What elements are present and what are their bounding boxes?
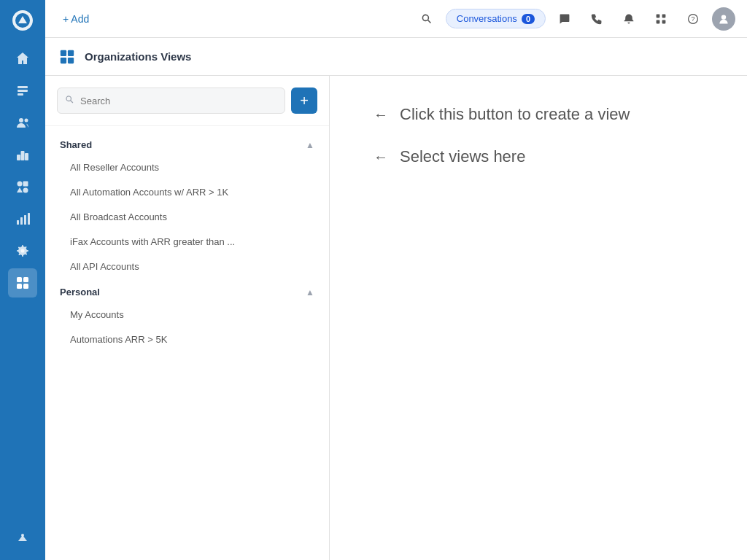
svg-rect-6: [21, 151, 25, 160]
search-box[interactable]: [57, 88, 285, 114]
conversations-badge: 0: [522, 14, 535, 24]
svg-marker-10: [17, 187, 23, 192]
svg-rect-24: [657, 20, 660, 23]
svg-rect-31: [61, 57, 66, 63]
svg-rect-20: [23, 284, 28, 289]
list-item[interactable]: Automations ARR > 5K: [51, 327, 323, 351]
apps-button[interactable]: [648, 6, 674, 32]
svg-point-3: [19, 118, 23, 122]
help-button[interactable]: ?: [680, 6, 706, 32]
logo[interactable]: [9, 7, 36, 34]
sidebar-zendesk-icon[interactable]: [8, 524, 37, 553]
list-item[interactable]: All Automation Accounts w/ ARR > 1K: [51, 180, 323, 204]
list-item[interactable]: iFax Accounts with ARR greater than ...: [51, 230, 323, 254]
svg-rect-32: [68, 57, 74, 63]
add-button[interactable]: + Add: [57, 10, 95, 28]
sidebar-settings-icon[interactable]: [8, 236, 37, 265]
create-view-text: Click this button to create a view: [400, 105, 630, 124]
search-input[interactable]: [80, 96, 277, 106]
sidebar: [0, 0, 45, 560]
left-panel: + Shared ▲ All Reseller Accounts All Aut…: [45, 76, 330, 560]
list-item[interactable]: All Broadcast Accounts: [51, 205, 323, 229]
avatar[interactable]: [712, 7, 735, 31]
topbar-actions: Conversations 0 ?: [414, 6, 735, 32]
svg-rect-22: [657, 14, 660, 18]
svg-rect-18: [23, 277, 28, 282]
sidebar-tickets-icon[interactable]: [8, 76, 37, 105]
personal-section-header[interactable]: Personal ▲: [45, 279, 329, 302]
chat-button[interactable]: [551, 6, 578, 32]
list-item[interactable]: All API Accounts: [51, 254, 323, 279]
personal-chevron-icon: ▲: [306, 287, 314, 298]
list-item[interactable]: All Reseller Accounts: [51, 155, 323, 179]
notifications-button[interactable]: [616, 6, 642, 32]
svg-point-21: [21, 534, 24, 537]
sidebar-bottom: [8, 524, 37, 553]
svg-rect-7: [25, 153, 28, 160]
page-title: Organizations Views: [85, 50, 191, 63]
conversations-button[interactable]: Conversations 0: [446, 9, 546, 28]
page-header-icon: [57, 47, 77, 67]
svg-rect-1: [18, 90, 28, 92]
search-toolbar: +: [45, 76, 329, 126]
svg-rect-5: [17, 155, 20, 160]
svg-rect-9: [23, 182, 28, 187]
list-item[interactable]: My Accounts: [51, 303, 323, 327]
select-view-hint: ← Select views here: [374, 147, 703, 166]
arrow-left-2-icon: ←: [374, 149, 388, 166]
svg-rect-14: [24, 215, 26, 225]
shared-label: Shared: [60, 139, 92, 150]
svg-rect-12: [17, 220, 19, 225]
svg-text:?: ?: [692, 15, 695, 23]
svg-rect-11: [23, 188, 28, 193]
main-area: + Add Conversations 0: [45, 0, 747, 560]
svg-rect-29: [61, 50, 66, 55]
svg-point-4: [25, 119, 28, 122]
personal-label: Personal: [60, 287, 100, 298]
svg-rect-0: [18, 86, 28, 88]
sidebar-home-icon[interactable]: [8, 44, 37, 73]
select-view-text: Select views here: [400, 147, 525, 166]
topbar: + Add Conversations 0: [45, 0, 747, 38]
svg-rect-17: [17, 277, 22, 282]
sidebar-views-icon[interactable]: [8, 268, 37, 298]
svg-rect-23: [662, 14, 666, 18]
svg-rect-13: [20, 217, 23, 225]
sidebar-orgs-icon[interactable]: [8, 140, 37, 169]
svg-rect-19: [17, 284, 22, 289]
svg-rect-25: [662, 20, 666, 23]
svg-point-28: [721, 15, 726, 19]
shared-chevron-icon: ▲: [306, 140, 314, 150]
right-panel: ← Click this button to create a view ← S…: [330, 76, 747, 560]
sidebar-users-icon[interactable]: [8, 108, 37, 137]
search-button[interactable]: [414, 6, 440, 32]
conversations-label: Conversations: [457, 13, 517, 24]
svg-rect-15: [28, 213, 30, 225]
search-icon: [65, 95, 74, 106]
shared-section-header[interactable]: Shared ▲: [45, 132, 329, 155]
sidebar-reports-icon[interactable]: [8, 204, 37, 233]
sidebar-shapes-icon[interactable]: [8, 172, 37, 201]
svg-rect-30: [68, 50, 74, 55]
create-view-hint: ← Click this button to create a view: [374, 105, 703, 124]
views-list: Shared ▲ All Reseller Accounts All Autom…: [45, 126, 329, 560]
svg-rect-2: [18, 93, 23, 96]
add-view-button[interactable]: +: [291, 88, 317, 114]
content-area: + Shared ▲ All Reseller Accounts All Aut…: [45, 76, 747, 560]
arrow-left-icon: ←: [374, 106, 388, 123]
page-header: Organizations Views: [45, 38, 747, 76]
svg-point-8: [18, 182, 23, 187]
phone-button[interactable]: [584, 6, 610, 32]
